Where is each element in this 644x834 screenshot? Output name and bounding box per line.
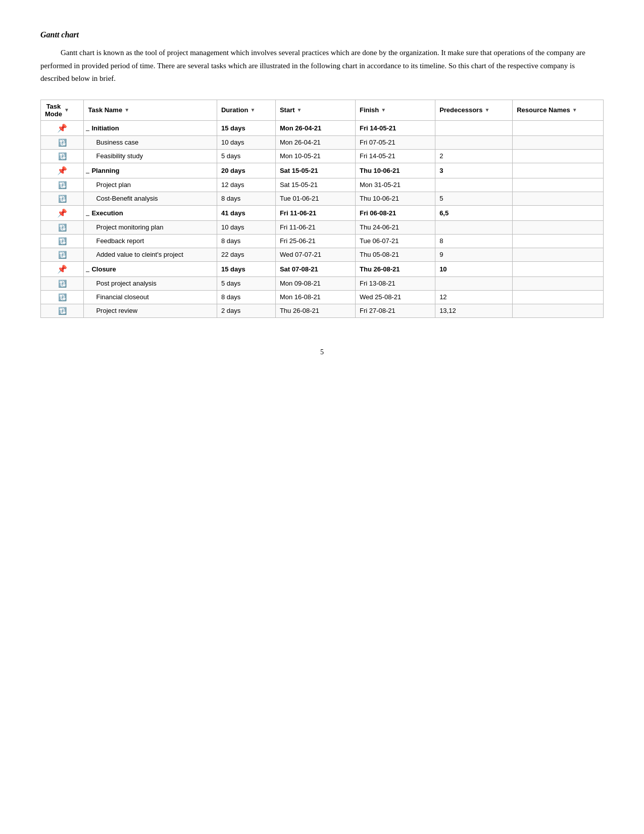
task-mode-cell: 📌 <box>41 163 84 178</box>
th-start-label: Start <box>280 106 295 114</box>
task-name-cell: ⎯ Execution <box>84 205 217 220</box>
duration-cell: 8 days <box>217 290 275 304</box>
start-cell: Fri 25-06-21 <box>275 234 355 248</box>
start-cell: Mon 26-04-21 <box>275 135 355 149</box>
summary-icon: 📌 <box>57 264 67 274</box>
predecessors-cell <box>435 220 513 234</box>
task-mode-cell: 🔃 <box>41 304 84 317</box>
th-resource-names[interactable]: Resource Names ▼ <box>513 100 604 120</box>
table-row: 🔃Project monitoring plan10 daysFri 11-06… <box>41 220 604 234</box>
resource-names-cell <box>513 220 604 234</box>
subtask-icon: 🔃 <box>58 223 67 231</box>
duration-cell: 10 days <box>217 135 275 149</box>
task-name-cell: Post project analysis <box>84 276 217 290</box>
start-cell: Thu 26-08-21 <box>275 304 355 317</box>
start-cell: Wed 07-07-21 <box>275 248 355 261</box>
predecessors-cell: 3 <box>435 163 513 178</box>
start-cell: Mon 10-05-21 <box>275 149 355 163</box>
finish-cell: Thu 24-06-21 <box>356 220 435 234</box>
task-mode-cell: 🔃 <box>41 149 84 163</box>
sort-arrow-task-name: ▼ <box>124 107 129 113</box>
start-cell: Tue 01-06-21 <box>275 192 355 205</box>
section-title: Gantt chart <box>40 30 604 39</box>
duration-cell: 2 days <box>217 304 275 317</box>
duration-cell: 8 days <box>217 192 275 205</box>
task-name-cell: ⎯ Planning <box>84 163 217 178</box>
task-mode-cell: 🔃 <box>41 135 84 149</box>
finish-cell: Thu 05-08-21 <box>356 248 435 261</box>
task-mode-cell: 📌 <box>41 205 84 220</box>
predecessors-cell: 12 <box>435 290 513 304</box>
task-mode-cell: 🔃 <box>41 248 84 261</box>
resource-names-cell <box>513 205 604 220</box>
task-mode-cell: 🔃 <box>41 234 84 248</box>
predecessors-cell: 5 <box>435 192 513 205</box>
finish-cell: Fri 27-08-21 <box>356 304 435 317</box>
duration-cell: 12 days <box>217 178 275 192</box>
table-row: 🔃Added value to cleint's project22 daysW… <box>41 248 604 261</box>
task-name-cell: Added value to cleint's project <box>84 248 217 261</box>
subtask-icon: 🔃 <box>58 307 67 315</box>
task-name-cell: Project review <box>84 304 217 317</box>
th-duration[interactable]: Duration ▼ <box>217 100 275 120</box>
task-mode-cell: 🔃 <box>41 276 84 290</box>
task-name-cell: Project monitoring plan <box>84 220 217 234</box>
table-row: 🔃Project plan12 daysSat 15-05-21Mon 31-0… <box>41 178 604 192</box>
task-name-cell: Cost-Benefit analysis <box>84 192 217 205</box>
th-predecessors[interactable]: Predecessors ▼ <box>435 100 513 120</box>
predecessors-cell: 2 <box>435 149 513 163</box>
resource-names-cell <box>513 163 604 178</box>
resource-names-cell <box>513 276 604 290</box>
duration-cell: 22 days <box>217 248 275 261</box>
start-cell: Sat 15-05-21 <box>275 178 355 192</box>
th-task-mode[interactable]: TaskMode ▼ <box>41 100 84 120</box>
th-duration-label: Duration <box>221 106 248 114</box>
th-predecessors-label: Predecessors <box>439 106 482 114</box>
task-name-cell: Feasibility study <box>84 149 217 163</box>
summary-icon: 📌 <box>57 123 67 133</box>
duration-cell: 15 days <box>217 261 275 276</box>
finish-cell: Wed 25-08-21 <box>356 290 435 304</box>
finish-cell: Fri 14-05-21 <box>356 149 435 163</box>
predecessors-cell <box>435 276 513 290</box>
th-finish[interactable]: Finish ▼ <box>356 100 435 120</box>
task-name-cell: Business case <box>84 135 217 149</box>
predecessors-cell: 6,5 <box>435 205 513 220</box>
subtask-icon: 🔃 <box>58 138 67 147</box>
th-finish-label: Finish <box>360 106 379 114</box>
start-cell: Mon 26-04-21 <box>275 120 355 135</box>
duration-cell: 10 days <box>217 220 275 234</box>
start-cell: Sat 15-05-21 <box>275 163 355 178</box>
collapse-icon: ⎯ <box>86 266 89 272</box>
resource-names-cell <box>513 192 604 205</box>
summary-icon: 📌 <box>57 166 67 175</box>
predecessors-cell <box>435 135 513 149</box>
predecessors-cell <box>435 120 513 135</box>
table-row: 📌⎯ Planning20 daysSat 15-05-21Thu 10-06-… <box>41 163 604 178</box>
subtask-icon: 🔃 <box>58 251 67 259</box>
resource-names-cell <box>513 234 604 248</box>
resource-names-cell <box>513 290 604 304</box>
th-task-name[interactable]: Task Name ▼ <box>84 100 217 120</box>
finish-cell: Thu 26-08-21 <box>356 261 435 276</box>
predecessors-cell: 9 <box>435 248 513 261</box>
table-row: 🔃Financial closeout8 daysMon 16-08-21Wed… <box>41 290 604 304</box>
th-resource-names-label: Resource Names <box>517 106 570 114</box>
th-start[interactable]: Start ▼ <box>275 100 355 120</box>
task-mode-cell: 🔃 <box>41 192 84 205</box>
finish-cell: Fri 14-05-21 <box>356 120 435 135</box>
subtask-icon: 🔃 <box>58 195 67 203</box>
table-row: 🔃Project review2 daysThu 26-08-21Fri 27-… <box>41 304 604 317</box>
sort-arrow-predecessors: ▼ <box>484 107 489 113</box>
start-cell: Mon 16-08-21 <box>275 290 355 304</box>
finish-cell: Thu 10-06-21 <box>356 163 435 178</box>
resource-names-cell <box>513 135 604 149</box>
predecessors-cell: 10 <box>435 261 513 276</box>
subtask-icon: 🔃 <box>58 181 67 189</box>
sort-arrow-task-mode: ▼ <box>64 107 69 113</box>
page-number: 5 <box>40 348 604 356</box>
summary-icon: 📌 <box>57 208 67 218</box>
task-name-cell: Feedback report <box>84 234 217 248</box>
duration-cell: 41 days <box>217 205 275 220</box>
duration-cell: 8 days <box>217 234 275 248</box>
